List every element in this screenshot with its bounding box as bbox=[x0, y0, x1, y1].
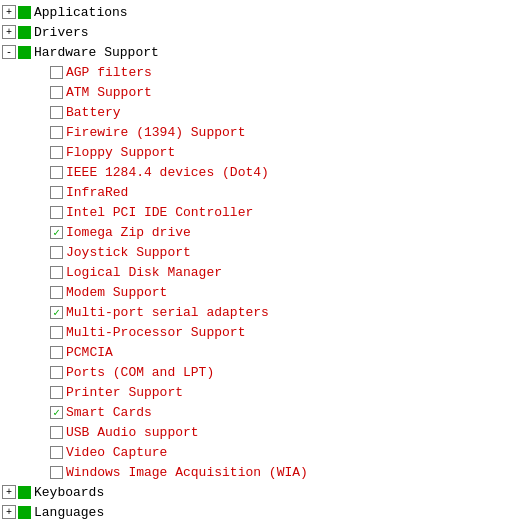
label-ports: Ports (COM and LPT) bbox=[66, 365, 214, 380]
label-atm-support: ATM Support bbox=[66, 85, 152, 100]
tree-item-ports[interactable]: Ports (COM and LPT) bbox=[0, 362, 532, 382]
checkbox-wia[interactable] bbox=[50, 466, 63, 479]
label-multiprocessor: Multi-Processor Support bbox=[66, 325, 245, 340]
expander-placeholder bbox=[34, 425, 48, 439]
label-joystick: Joystick Support bbox=[66, 245, 191, 260]
label-multiport-serial: Multi-port serial adapters bbox=[66, 305, 269, 320]
tree-item-modem-support[interactable]: Modem Support bbox=[0, 282, 532, 302]
expander-placeholder bbox=[34, 365, 48, 379]
expander-applications[interactable]: + bbox=[2, 5, 16, 19]
checkbox-video-capture[interactable] bbox=[50, 446, 63, 459]
tree-item-keyboards[interactable]: +Keyboards bbox=[0, 482, 532, 502]
label-agp-filters: AGP filters bbox=[66, 65, 152, 80]
checkbox-battery[interactable] bbox=[50, 106, 63, 119]
expander-placeholder bbox=[34, 225, 48, 239]
tree-item-video-capture[interactable]: Video Capture bbox=[0, 442, 532, 462]
tree-item-multiprocessor[interactable]: Multi-Processor Support bbox=[0, 322, 532, 342]
expander-placeholder bbox=[34, 385, 48, 399]
label-infrared: InfraRed bbox=[66, 185, 128, 200]
label-pcmcia: PCMCIA bbox=[66, 345, 113, 360]
checkbox-ports[interactable] bbox=[50, 366, 63, 379]
label-smart-cards: Smart Cards bbox=[66, 405, 152, 420]
expander-placeholder bbox=[34, 345, 48, 359]
tree-item-wia[interactable]: Windows Image Acquisition (WIA) bbox=[0, 462, 532, 482]
expander-placeholder bbox=[34, 465, 48, 479]
tree-item-atm-support[interactable]: ATM Support bbox=[0, 82, 532, 102]
expander-placeholder bbox=[34, 145, 48, 159]
label-usb-audio: USB Audio support bbox=[66, 425, 199, 440]
label-iomega: Iomega Zip drive bbox=[66, 225, 191, 240]
tree-item-infrared[interactable]: InfraRed bbox=[0, 182, 532, 202]
checkbox-iomega[interactable]: ✓ bbox=[50, 226, 63, 239]
checkbox-smart-cards[interactable]: ✓ bbox=[50, 406, 63, 419]
green-indicator-keyboards bbox=[18, 486, 31, 499]
expander-placeholder bbox=[34, 445, 48, 459]
label-battery: Battery bbox=[66, 105, 121, 120]
label-printer-support: Printer Support bbox=[66, 385, 183, 400]
tree-item-usb-audio[interactable]: USB Audio support bbox=[0, 422, 532, 442]
tree-item-battery[interactable]: Battery bbox=[0, 102, 532, 122]
expander-placeholder bbox=[34, 85, 48, 99]
tree-item-intel-pci[interactable]: Intel PCI IDE Controller bbox=[0, 202, 532, 222]
tree-container[interactable]: +Applications+Drivers-Hardware SupportAG… bbox=[0, 0, 532, 521]
checkbox-ieee[interactable] bbox=[50, 166, 63, 179]
label-hardware-support: Hardware Support bbox=[34, 45, 159, 60]
checkbox-intel-pci[interactable] bbox=[50, 206, 63, 219]
label-intel-pci: Intel PCI IDE Controller bbox=[66, 205, 253, 220]
tree-item-firewire[interactable]: Firewire (1394) Support bbox=[0, 122, 532, 142]
checkbox-usb-audio[interactable] bbox=[50, 426, 63, 439]
tree-item-joystick[interactable]: Joystick Support bbox=[0, 242, 532, 262]
green-indicator-drivers bbox=[18, 26, 31, 39]
label-keyboards: Keyboards bbox=[34, 485, 104, 500]
checkbox-infrared[interactable] bbox=[50, 186, 63, 199]
checkbox-joystick[interactable] bbox=[50, 246, 63, 259]
label-floppy-support: Floppy Support bbox=[66, 145, 175, 160]
tree-item-iomega[interactable]: ✓Iomega Zip drive bbox=[0, 222, 532, 242]
label-languages: Languages bbox=[34, 505, 104, 520]
label-logical-disk: Logical Disk Manager bbox=[66, 265, 222, 280]
expander-languages[interactable]: + bbox=[2, 505, 16, 519]
tree-item-drivers[interactable]: +Drivers bbox=[0, 22, 532, 42]
tree-item-hardware-support[interactable]: -Hardware Support bbox=[0, 42, 532, 62]
checkbox-printer-support[interactable] bbox=[50, 386, 63, 399]
label-applications: Applications bbox=[34, 5, 128, 20]
expander-placeholder bbox=[34, 165, 48, 179]
green-indicator-languages bbox=[18, 506, 31, 519]
tree-item-floppy-support[interactable]: Floppy Support bbox=[0, 142, 532, 162]
checkbox-atm-support[interactable] bbox=[50, 86, 63, 99]
expander-drivers[interactable]: + bbox=[2, 25, 16, 39]
checkbox-logical-disk[interactable] bbox=[50, 266, 63, 279]
expander-placeholder bbox=[34, 105, 48, 119]
green-indicator-hardware-support bbox=[18, 46, 31, 59]
label-ieee: IEEE 1284.4 devices (Dot4) bbox=[66, 165, 269, 180]
tree-item-smart-cards[interactable]: ✓Smart Cards bbox=[0, 402, 532, 422]
expander-placeholder bbox=[34, 405, 48, 419]
tree-item-agp-filters[interactable]: AGP filters bbox=[0, 62, 532, 82]
tree-item-languages[interactable]: +Languages bbox=[0, 502, 532, 521]
label-firewire: Firewire (1394) Support bbox=[66, 125, 245, 140]
expander-hardware-support[interactable]: - bbox=[2, 45, 16, 59]
checkbox-multiport-serial[interactable]: ✓ bbox=[50, 306, 63, 319]
tree-item-applications[interactable]: +Applications bbox=[0, 2, 532, 22]
tree-item-printer-support[interactable]: Printer Support bbox=[0, 382, 532, 402]
checkbox-pcmcia[interactable] bbox=[50, 346, 63, 359]
green-indicator-applications bbox=[18, 6, 31, 19]
expander-placeholder bbox=[34, 285, 48, 299]
label-modem-support: Modem Support bbox=[66, 285, 167, 300]
expander-placeholder bbox=[34, 265, 48, 279]
label-video-capture: Video Capture bbox=[66, 445, 167, 460]
tree-item-pcmcia[interactable]: PCMCIA bbox=[0, 342, 532, 362]
expander-keyboards[interactable]: + bbox=[2, 485, 16, 499]
checkbox-agp-filters[interactable] bbox=[50, 66, 63, 79]
tree-item-ieee[interactable]: IEEE 1284.4 devices (Dot4) bbox=[0, 162, 532, 182]
tree-item-logical-disk[interactable]: Logical Disk Manager bbox=[0, 262, 532, 282]
tree-item-multiport-serial[interactable]: ✓Multi-port serial adapters bbox=[0, 302, 532, 322]
checkbox-modem-support[interactable] bbox=[50, 286, 63, 299]
label-wia: Windows Image Acquisition (WIA) bbox=[66, 465, 308, 480]
checkbox-floppy-support[interactable] bbox=[50, 146, 63, 159]
checkbox-multiprocessor[interactable] bbox=[50, 326, 63, 339]
expander-placeholder bbox=[34, 185, 48, 199]
checkbox-firewire[interactable] bbox=[50, 126, 63, 139]
expander-placeholder bbox=[34, 305, 48, 319]
expander-placeholder bbox=[34, 65, 48, 79]
